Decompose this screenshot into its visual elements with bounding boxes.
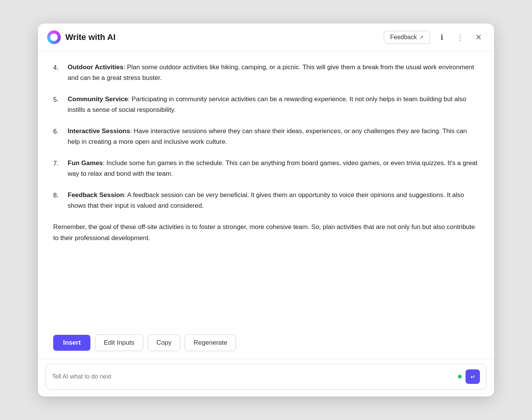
list-number: 6. <box>53 126 62 147</box>
ai-logo-icon <box>47 30 61 44</box>
item-bold: Outdoor Activities <box>68 64 124 71</box>
more-icon: ⋮ <box>456 33 464 42</box>
list-number: 5. <box>53 94 62 115</box>
list-item: 5. Community Service: Participating in c… <box>53 94 479 115</box>
info-icon: ℹ <box>440 33 443 42</box>
close-icon: ✕ <box>475 33 482 42</box>
list-item: 6. Interactive Sessions: Have interactiv… <box>53 126 479 147</box>
more-button[interactable]: ⋮ <box>454 31 467 44</box>
panel-title: Write with AI <box>65 32 116 42</box>
action-bar: Insert Edit Inputs Copy Regenerate <box>38 334 494 359</box>
send-icon: ↵ <box>470 373 475 380</box>
input-row: ↵ <box>46 364 486 390</box>
copy-button[interactable]: Copy <box>148 334 180 351</box>
close-button[interactable]: ✕ <box>472 31 485 44</box>
item-text: : Include some fun games in the schedule… <box>68 159 477 177</box>
item-bold: Feedback Session <box>68 191 124 199</box>
feedback-label: Feedback <box>390 34 417 41</box>
status-dot <box>458 375 462 379</box>
feedback-button[interactable]: Feedback ↗ <box>384 31 430 44</box>
list-item: 8. Feedback Session: A feedback session … <box>53 190 479 211</box>
list-text: Fun Games: Include some fun games in the… <box>68 158 479 179</box>
item-bold: Interactive Sessions <box>68 127 130 135</box>
list-number: 8. <box>53 190 62 211</box>
ai-logo-inner <box>50 33 58 41</box>
footer: ↵ <box>38 359 494 396</box>
external-link-icon: ↗ <box>419 34 424 40</box>
item-bold: Fun Games <box>68 159 103 167</box>
header-left: Write with AI <box>47 30 116 44</box>
regenerate-button[interactable]: Regenerate <box>185 334 236 351</box>
item-text: : A feedback session can be very benefic… <box>68 191 464 209</box>
header-right: Feedback ↗ ℹ ⋮ ✕ <box>384 31 485 44</box>
list-item: 7. Fun Games: Include some fun games in … <box>53 158 479 179</box>
list-number: 4. <box>53 62 62 83</box>
ai-chat-input[interactable] <box>52 373 454 380</box>
item-bold: Community Service <box>68 95 128 103</box>
insert-button[interactable]: Insert <box>53 335 90 351</box>
info-button[interactable]: ℹ <box>435 31 448 44</box>
closing-paragraph: Remember, the goal of these off-site act… <box>53 222 479 243</box>
list-item: 4. Outdoor Activities: Plan some outdoor… <box>53 62 479 83</box>
list-text: Interactive Sessions: Have interactive s… <box>68 126 479 147</box>
edit-inputs-button[interactable]: Edit Inputs <box>95 334 143 351</box>
activity-list: 4. Outdoor Activities: Plan some outdoor… <box>53 62 479 211</box>
list-number: 7. <box>53 158 62 179</box>
ai-panel: Write with AI Feedback ↗ ℹ ⋮ ✕ 4. <box>38 24 494 396</box>
content-area: 4. Outdoor Activities: Plan some outdoor… <box>38 51 494 334</box>
panel-header: Write with AI Feedback ↗ ℹ ⋮ ✕ <box>38 24 494 51</box>
item-text: : Plan some outdoor activities like hiki… <box>68 64 474 81</box>
send-button[interactable]: ↵ <box>466 369 480 384</box>
list-text: Outdoor Activities: Plan some outdoor ac… <box>68 62 479 83</box>
list-text: Community Service: Participating in comm… <box>68 94 479 115</box>
list-text: Feedback Session: A feedback session can… <box>68 190 479 211</box>
